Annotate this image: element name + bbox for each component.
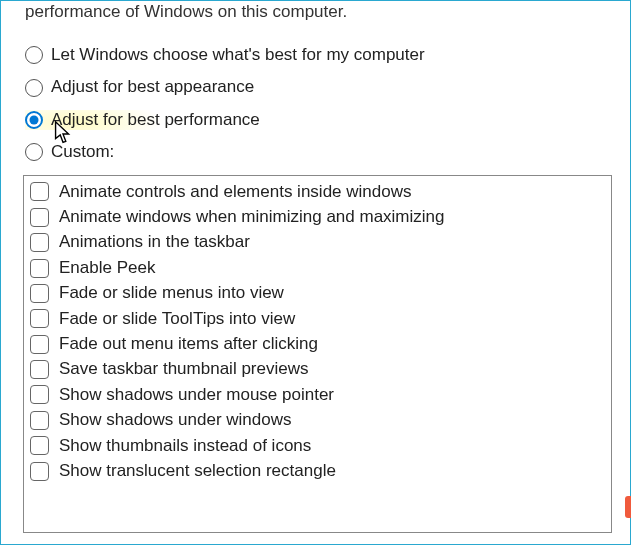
option-fade-menus[interactable]: Fade or slide menus into view [30, 281, 605, 306]
option-animate-windows[interactable]: Animate windows when minimizing and maxi… [30, 205, 605, 230]
radio-icon [25, 46, 43, 64]
visual-effects-radio-group: Let Windows choose what's best for my co… [25, 45, 612, 163]
effects-checkbox-list: Animate controls and elements inside win… [23, 175, 612, 533]
accent-indicator [625, 496, 631, 518]
option-label: Save taskbar thumbnail previews [59, 359, 308, 379]
option-translucent-selection[interactable]: Show translucent selection rectangle [30, 459, 605, 484]
option-save-thumbnails[interactable]: Save taskbar thumbnail previews [30, 357, 605, 382]
radio-label: Adjust for best appearance [51, 77, 254, 97]
checkbox-icon [30, 462, 49, 481]
option-shadows-windows[interactable]: Show shadows under windows [30, 408, 605, 433]
checkbox-icon [30, 436, 49, 455]
option-label: Show thumbnails instead of icons [59, 436, 311, 456]
checkbox-icon [30, 335, 49, 354]
radio-label: Adjust for best performance [51, 110, 260, 130]
option-fade-tooltips[interactable]: Fade or slide ToolTips into view [30, 307, 605, 332]
option-animate-controls[interactable]: Animate controls and elements inside win… [30, 180, 605, 205]
option-label: Show translucent selection rectangle [59, 461, 336, 481]
checkbox-icon [30, 233, 49, 252]
option-label: Animate controls and elements inside win… [59, 182, 411, 202]
cursor-icon [53, 120, 73, 146]
option-fade-menuitems[interactable]: Fade out menu items after clicking [30, 332, 605, 357]
option-animations-taskbar[interactable]: Animations in the taskbar [30, 230, 605, 255]
option-label: Animations in the taskbar [59, 232, 250, 252]
option-label: Animate windows when minimizing and maxi… [59, 207, 445, 227]
checkbox-icon [30, 182, 49, 201]
checkbox-icon [30, 360, 49, 379]
checkbox-icon [30, 309, 49, 328]
option-shadows-pointer[interactable]: Show shadows under mouse pointer [30, 383, 605, 408]
option-label: Fade or slide ToolTips into view [59, 309, 295, 329]
radio-best-performance[interactable]: Adjust for best performance [25, 110, 612, 130]
radio-icon [25, 79, 43, 97]
option-enable-peek[interactable]: Enable Peek [30, 256, 605, 281]
checkbox-icon [30, 208, 49, 227]
intro-text: performance of Windows on this computer. [25, 1, 612, 23]
radio-label: Let Windows choose what's best for my co… [51, 45, 425, 65]
option-label: Enable Peek [59, 258, 155, 278]
radio-let-windows-choose[interactable]: Let Windows choose what's best for my co… [25, 45, 612, 65]
checkbox-icon [30, 385, 49, 404]
radio-icon [25, 111, 43, 129]
radio-best-appearance[interactable]: Adjust for best appearance [25, 77, 612, 97]
checkbox-icon [30, 284, 49, 303]
option-label: Show shadows under windows [59, 410, 291, 430]
checkbox-icon [30, 259, 49, 278]
radio-custom[interactable]: Custom: [25, 142, 612, 162]
option-label: Fade or slide menus into view [59, 283, 284, 303]
radio-icon [25, 143, 43, 161]
option-thumbnails-icons[interactable]: Show thumbnails instead of icons [30, 434, 605, 459]
checkbox-icon [30, 411, 49, 430]
option-label: Fade out menu items after clicking [59, 334, 318, 354]
option-label: Show shadows under mouse pointer [59, 385, 334, 405]
